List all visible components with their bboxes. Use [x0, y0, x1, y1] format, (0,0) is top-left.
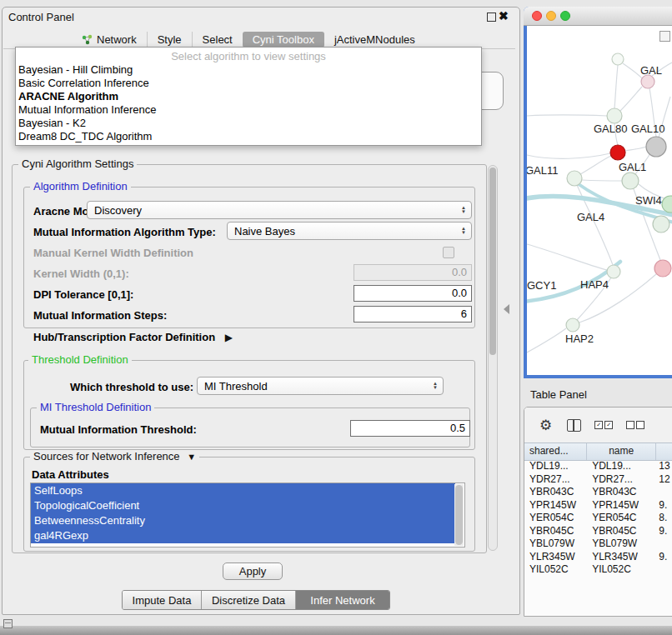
close-traffic-light[interactable]: [532, 11, 542, 21]
network-node[interactable]: [653, 216, 669, 232]
table-row[interactable]: YBR043C YBR043C: [524, 486, 672, 499]
network-node[interactable]: [641, 75, 654, 88]
data-attributes-list[interactable]: SelfLoops TopologicalCoefficient Between…: [30, 482, 465, 548]
aracne-mode-select[interactable]: Discovery ▲▼: [87, 201, 472, 219]
cell: YER054C: [587, 512, 656, 525]
tab-infer-network[interactable]: Infer Network: [295, 591, 389, 609]
dropdown-item[interactable]: Bayesian - Hill Climbing: [16, 63, 481, 77]
desktop: Control Panel ✖ Network Style Select Cyn…: [0, 0, 672, 635]
settings-scrollbar-thumb[interactable]: [489, 168, 496, 355]
network-node[interactable]: [567, 171, 582, 186]
canvas-corner-button[interactable]: [659, 31, 670, 42]
combo-spinner-icon: ▲▼: [461, 227, 466, 235]
tab-network-label: Network: [97, 33, 137, 46]
mi-threshold-field[interactable]: 0.5: [350, 420, 470, 437]
cell: YER054C: [524, 512, 587, 525]
threshold-definition-title: Threshold Definition: [28, 354, 132, 366]
table-row[interactable]: YIL052C YIL052C: [524, 563, 672, 574]
list-scrollbar[interactable]: [454, 484, 464, 546]
sources-title: Sources for Network Inference: [33, 450, 180, 462]
table-row[interactable]: YLR345W YLR345W 9.: [524, 551, 672, 564]
columns-icon[interactable]: [567, 419, 581, 432]
table-row[interactable]: YDR27... YDR27... 12: [524, 473, 672, 487]
tab-network[interactable]: Network: [72, 32, 147, 48]
cell: 12: [656, 473, 672, 487]
dropdown-item[interactable]: Mutual Information Inference: [16, 103, 481, 117]
which-threshold-value: MI Threshold: [198, 380, 433, 392]
apply-button[interactable]: Apply: [223, 562, 283, 580]
tab-style-label: Style: [158, 33, 182, 46]
mi-threshold-label: Mutual Information Threshold:: [40, 423, 197, 436]
minimize-traffic-light[interactable]: [546, 11, 556, 21]
table-row[interactable]: YER054C YER054C 8.: [524, 512, 672, 525]
aracne-mode-value: Discovery: [88, 204, 461, 217]
deselect-all-icon[interactable]: [626, 421, 644, 429]
tab-impute-data[interactable]: Impute Data: [123, 591, 201, 609]
column-header-name[interactable]: name: [587, 443, 656, 460]
cell: 13: [656, 460, 672, 473]
column-header-shared[interactable]: shared...: [524, 443, 587, 460]
settings-scrollbar[interactable]: [488, 165, 498, 551]
list-item[interactable]: TopologicalCoefficient: [31, 498, 455, 513]
algorithm-dropdown-list: Select algorithm to view settings Bayesi…: [15, 47, 482, 146]
zoom-traffic-light[interactable]: [560, 11, 570, 21]
cell: 8.: [656, 512, 672, 525]
hub-definition-toggle[interactable]: Hub/Transcription Factor Definition ▶: [33, 331, 233, 343]
table-row[interactable]: YBL079W YBL079W: [524, 538, 672, 551]
tab-cyni-toolbox[interactable]: Cyni Toolbox: [243, 32, 324, 48]
bottom-tabbar: Impute Data Discretize Data Infer Networ…: [122, 590, 390, 610]
network-canvas[interactable]: GAL GAL80 GAL10 GAL11 GAL1 SWI4 GAL4 GCY…: [527, 26, 672, 375]
table-row[interactable]: YBR045C YBR045C 9.: [524, 525, 672, 538]
dropdown-item[interactable]: Dream8 DC_TDC Algorithm: [16, 130, 481, 143]
column-header-extra[interactable]: [656, 443, 672, 460]
network-node[interactable]: [612, 53, 624, 65]
network-window-titlebar[interactable]: [524, 7, 672, 26]
list-scrollbar-thumb[interactable]: [455, 485, 463, 545]
table-panel-window: ⚙ ✓ ✓ shared... name YDL19... YDL19... 1…: [524, 407, 672, 617]
select-all-icon[interactable]: ✓ ✓: [594, 421, 613, 429]
node-label: GCY1: [527, 279, 556, 292]
which-threshold-select[interactable]: MI Threshold ▲▼: [197, 377, 444, 395]
tab-select[interactable]: Select: [192, 32, 243, 48]
mi-algorithm-type-value: Naive Bayes: [228, 225, 461, 238]
mi-steps-field[interactable]: 6: [354, 306, 472, 322]
panel-resize-handle[interactable]: [504, 304, 509, 314]
network-node[interactable]: [654, 260, 671, 277]
manual-kernel-width-checkbox[interactable]: [443, 247, 454, 258]
settings-group-title: Cyni Algorithm Settings: [18, 158, 137, 170]
tab-jactivemnodules[interactable]: jActiveMNodules: [324, 32, 425, 48]
gear-icon[interactable]: ⚙: [539, 417, 552, 434]
network-node[interactable]: [607, 108, 622, 123]
table-row[interactable]: YDL19... YDL19... 13: [524, 460, 672, 473]
cell: YBL079W: [587, 538, 656, 551]
dropdown-item-selected[interactable]: ARACNE Algorithm: [16, 90, 481, 103]
dropdown-item[interactable]: Bayesian - K2: [16, 117, 481, 130]
tab-discretize-data[interactable]: Discretize Data: [201, 591, 295, 609]
mi-algorithm-type-select[interactable]: Naive Bayes ▲▼: [227, 222, 472, 240]
list-item[interactable]: BetweennessCentrality: [31, 513, 455, 528]
minimized-panel-icon[interactable]: [3, 619, 13, 628]
cell: YBR043C: [587, 486, 656, 499]
dropdown-item[interactable]: Basic Correlation Inference: [16, 77, 481, 90]
network-view-window: GAL GAL80 GAL10 GAL11 GAL1 SWI4 GAL4 GCY…: [524, 7, 672, 378]
network-node[interactable]: [607, 265, 620, 278]
network-node[interactable]: [622, 172, 639, 189]
unchecked-box-icon: [636, 421, 644, 429]
network-node[interactable]: [566, 318, 579, 332]
sources-toggle[interactable]: Sources for Network Inference ▼: [30, 451, 199, 462]
cell: YDR27...: [587, 473, 656, 487]
dpi-tolerance-field[interactable]: 0.0: [354, 285, 472, 302]
unchecked-box-icon: [626, 421, 634, 429]
network-node-selected[interactable]: [610, 145, 625, 160]
list-item[interactable]: gal4RGexp: [31, 528, 455, 543]
node-label: GAL10: [631, 122, 664, 135]
network-node[interactable]: [646, 137, 666, 157]
close-icon[interactable]: ✖: [499, 9, 509, 22]
list-item[interactable]: SelfLoops: [31, 483, 455, 498]
tab-style[interactable]: Style: [147, 32, 192, 48]
table-row[interactable]: YPR145W YPR145W 9.: [524, 499, 672, 512]
cell: YLR345W: [524, 551, 587, 564]
node-label: SWI4: [635, 194, 662, 207]
float-window-icon[interactable]: [487, 12, 496, 22]
tab-jactivemnodules-label: jActiveMNodules: [334, 33, 415, 46]
